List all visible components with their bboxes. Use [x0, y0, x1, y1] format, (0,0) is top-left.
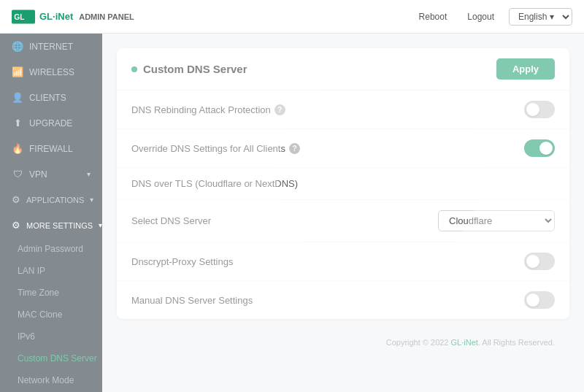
submenu-lan-ip[interactable]: LAN IP	[0, 260, 102, 282]
wireless-icon: 📶	[12, 66, 23, 77]
sidebar: 🌐 INTERNET 📶 WIRELESS 👤 CLIENTS ⬆ UPGRAD…	[0, 34, 102, 392]
sidebar-item-clients[interactable]: 👤 CLIENTS	[0, 85, 102, 110]
sidebar-item-upgrade[interactable]: ⬆ UPGRADE	[0, 110, 102, 136]
dnscrypt-toggle-wrap	[524, 253, 555, 270]
select-dns-label: Select DNS Server	[131, 215, 211, 226]
override-dns-info-icon[interactable]: ?	[289, 143, 300, 154]
copyright-text: Copyright © 2022 GL·iNet. All Rights Res…	[386, 338, 555, 347]
submenu-admin-password[interactable]: Admin Password	[0, 238, 102, 260]
dnscrypt-proxy-label: Dnscrypt-Proxy Settings	[131, 256, 233, 267]
gl-inet-logo-icon: GL	[12, 9, 35, 24]
internet-icon: 🌐	[12, 41, 23, 52]
sidebar-item-label: WIRELESS	[29, 67, 74, 77]
sidebar-item-firewall[interactable]: 🔥 FIREWALL	[0, 136, 102, 161]
vpn-icon: 🛡	[12, 169, 23, 180]
footer: Copyright © 2022 GL·iNet. All Rights Res…	[117, 331, 569, 354]
svg-text:GL: GL	[14, 13, 24, 21]
override-dns-toggle-wrap	[524, 139, 555, 157]
sidebar-item-label: APPLICATIONS	[26, 196, 84, 204]
clients-icon: 👤	[12, 92, 23, 103]
reboot-button[interactable]: Reboot	[413, 9, 453, 25]
override-dns-slider	[524, 139, 555, 157]
manual-dns-row: Manual DNS Server Settings	[117, 281, 569, 319]
main-layout: 🌐 INTERNET 📶 WIRELESS 👤 CLIENTS ⬆ UPGRAD…	[0, 34, 584, 392]
card-title-row: Custom DNS Server	[131, 63, 247, 75]
manual-dns-toggle[interactable]	[524, 291, 555, 309]
manual-dns-slider	[524, 291, 555, 309]
submenu-ipv6[interactable]: IPv6	[0, 326, 102, 347]
glinet-link[interactable]: GL·iNet	[451, 338, 478, 347]
more-settings-icon: ⚙	[12, 220, 20, 231]
main-content: Custom DNS Server Apply DNS Rebinding At…	[102, 34, 584, 392]
dns-rebinding-row: DNS Rebinding Attack Protection ?	[117, 91, 569, 129]
apply-button[interactable]: Apply	[496, 58, 555, 80]
dns-server-select[interactable]: Cloudflare NextDNS Custom	[438, 210, 555, 231]
logout-button[interactable]: Logout	[461, 9, 500, 25]
sidebar-item-label: CLIENTS	[29, 93, 66, 103]
dns-over-tls-label: DNS over TLS (Cloudflare or NextDNS)	[131, 178, 298, 189]
submenu-custom-dns-server[interactable]: Custom DNS Server	[0, 347, 102, 369]
language-select[interactable]: English ▾	[509, 8, 572, 26]
sidebar-item-wireless[interactable]: 📶 WIRELESS	[0, 59, 102, 85]
dns-rebinding-toggle-wrap	[524, 101, 555, 118]
sidebar-item-more-settings[interactable]: ⚙ MORE SETTINGS ▾	[0, 212, 102, 238]
card-title: Custom DNS Server	[143, 63, 247, 75]
sidebar-item-vpn[interactable]: 🛡 VPN ▾	[0, 161, 102, 187]
select-dns-row: Select DNS Server Cloudflare NextDNS Cus…	[117, 200, 569, 242]
dns-rebinding-toggle[interactable]	[524, 101, 555, 118]
custom-dns-card: Custom DNS Server Apply DNS Rebinding At…	[117, 48, 569, 319]
sidebar-item-label: MORE SETTINGS	[26, 221, 93, 230]
override-dns-toggle[interactable]	[524, 139, 555, 157]
submenu-mac-clone[interactable]: MAC Clone	[0, 304, 102, 326]
dns-rebinding-label: DNS Rebinding Attack Protection ?	[131, 104, 285, 115]
applications-arrow-icon: ▾	[90, 196, 93, 204]
vpn-arrow-icon: ▾	[87, 170, 91, 178]
upgrade-icon: ⬆	[12, 118, 23, 128]
card-header: Custom DNS Server Apply	[117, 48, 569, 91]
manual-dns-toggle-wrap	[524, 291, 555, 309]
logo-text: GL·iNet	[39, 11, 73, 22]
dns-rebinding-info-icon[interactable]: ?	[274, 104, 285, 115]
sidebar-item-label: UPGRADE	[29, 118, 72, 128]
admin-panel-label: ADMIN PANEL	[79, 12, 134, 21]
override-dns-label: Override DNS Settings for All Clients ?	[131, 143, 300, 154]
sidebar-item-label: INTERNET	[29, 42, 73, 52]
header-actions: Reboot Logout English ▾	[413, 8, 572, 26]
sidebar-item-label: VPN	[29, 169, 47, 180]
submenu-network-mode[interactable]: Network Mode	[0, 369, 102, 391]
dnscrypt-proxy-row: Dnscrypt-Proxy Settings	[117, 242, 569, 281]
status-dot	[131, 66, 137, 72]
dnscrypt-toggle[interactable]	[524, 253, 555, 270]
firewall-icon: 🔥	[12, 143, 23, 154]
logo: GL GL·iNet ADMIN PANEL	[12, 9, 134, 24]
dns-over-tls-row: DNS over TLS (Cloudflare or NextDNS)	[117, 168, 569, 200]
dnscrypt-slider	[524, 253, 555, 270]
override-dns-row: Override DNS Settings for All Clients ?	[117, 129, 569, 168]
header: GL GL·iNet ADMIN PANEL Reboot Logout Eng…	[0, 0, 584, 34]
sidebar-item-label: FIREWALL	[29, 144, 73, 154]
applications-icon: ⚙	[12, 194, 20, 205]
dns-rebinding-slider	[524, 101, 555, 118]
sidebar-item-applications[interactable]: ⚙ APPLICATIONS ▾	[0, 187, 102, 212]
sidebar-item-internet[interactable]: 🌐 INTERNET	[0, 34, 102, 59]
manual-dns-label: Manual DNS Server Settings	[131, 295, 253, 306]
submenu-time-zone[interactable]: Time Zone	[0, 282, 102, 304]
